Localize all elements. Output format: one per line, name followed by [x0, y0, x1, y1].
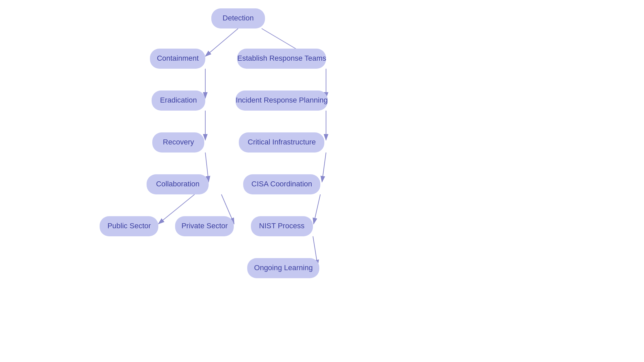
node-incident-planning: Incident Response Planning: [235, 90, 328, 111]
node-detection-label: Detection: [223, 14, 254, 22]
node-containment-label: Containment: [157, 54, 199, 62]
node-critical-label: Critical Infrastructure: [248, 138, 316, 146]
node-nist: NIST Process: [251, 216, 313, 236]
edge-cisa-nist: [314, 194, 320, 224]
node-collaboration: Collaboration: [147, 174, 209, 194]
node-recovery: Recovery: [152, 132, 204, 153]
node-critical-infra: Critical Infrastructure: [239, 132, 324, 153]
node-recovery-label: Recovery: [163, 138, 194, 146]
node-private-sector: Private Sector: [175, 216, 234, 236]
node-establish-response: Establish Response Teams: [237, 49, 326, 69]
node-public-sector: Public Sector: [100, 216, 158, 236]
node-incident-label: Incident Response Planning: [236, 96, 328, 104]
node-nist-label: NIST Process: [259, 222, 304, 230]
node-establish-label: Establish Response Teams: [237, 54, 326, 62]
node-public-label: Public Sector: [107, 222, 151, 230]
node-ongoing-label: Ongoing Learning: [254, 263, 313, 272]
edge-detection-containment: [205, 28, 238, 56]
node-cisa: CISA Coordination: [243, 174, 320, 194]
node-detection: Detection: [211, 8, 265, 28]
node-containment: Containment: [150, 49, 205, 69]
node-collaboration-label: Collaboration: [156, 180, 200, 188]
node-eradication-label: Eradication: [160, 96, 197, 104]
node-eradication: Eradication: [152, 90, 205, 111]
node-cisa-label: CISA Coordination: [252, 180, 312, 188]
node-ongoing-learning: Ongoing Learning: [247, 258, 319, 278]
edge-critical-cisa: [322, 153, 326, 182]
node-private-label: Private Sector: [181, 222, 228, 230]
